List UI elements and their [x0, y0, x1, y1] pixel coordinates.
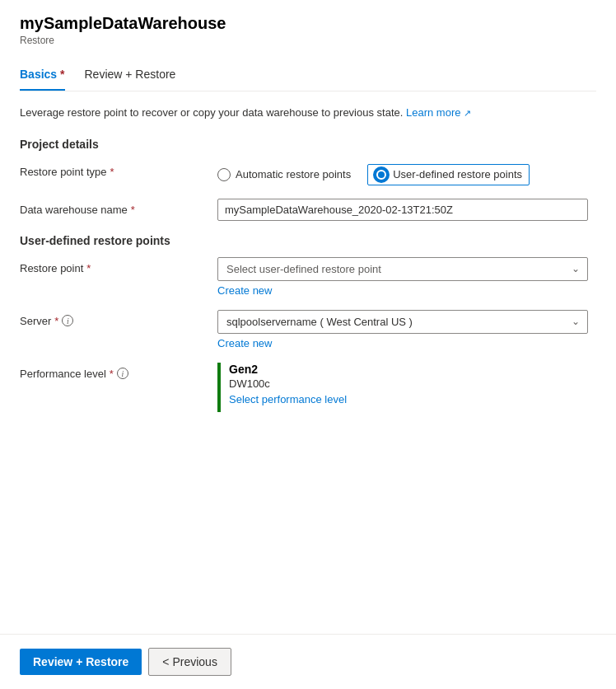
description-text: Leverage restore point to recover or cop…	[20, 106, 403, 119]
data-warehouse-name-input[interactable]	[217, 199, 588, 221]
performance-level-info-icon[interactable]: i	[117, 368, 128, 379]
server-row: Server * i sqlpoolservername ( West Cent…	[20, 310, 596, 349]
required-star: *	[110, 166, 114, 178]
performance-level-label: Performance level * i	[20, 363, 217, 380]
previous-button[interactable]: < Previous	[148, 648, 231, 676]
performance-level-row: Performance level * i Gen2 DW100c Select…	[20, 363, 596, 412]
server-create-new-link[interactable]: Create new	[217, 337, 596, 349]
radio-user-defined-label: User-defined restore points	[393, 168, 522, 180]
radio-circle-user-defined	[375, 168, 388, 181]
server-dropdown-wrapper: sqlpoolservername ( West Central US ) ⌄	[217, 310, 588, 334]
radio-automatic[interactable]: Automatic restore points	[217, 168, 351, 181]
user-defined-section-title: User-defined restore points	[20, 234, 596, 247]
server-control: sqlpoolservername ( West Central US ) ⌄ …	[217, 310, 596, 349]
project-details-title: Project details	[20, 138, 596, 151]
radio-dot-user-defined	[378, 171, 385, 178]
restore-point-control: Select user-defined restore point ⌄ Crea…	[217, 257, 596, 297]
restore-point-type-label: Restore point type *	[20, 161, 217, 178]
server-label: Server * i	[20, 310, 217, 327]
performance-level-control: Gen2 DW100c Select performance level	[217, 363, 596, 412]
external-link-icon: ↗	[464, 108, 471, 118]
server-dropdown[interactable]: sqlpoolservername ( West Central US )	[217, 310, 588, 334]
restore-point-dropdown[interactable]: Select user-defined restore point	[217, 257, 588, 281]
page-title: mySampleDataWarehouse	[20, 13, 596, 33]
restore-point-label: Restore point *	[20, 257, 217, 274]
performance-select-link[interactable]: Select performance level	[229, 393, 347, 405]
performance-details: Gen2 DW100c Select performance level	[229, 363, 347, 405]
tab-bar: Basics * Review + Restore	[20, 59, 596, 91]
radio-circle-automatic	[217, 168, 231, 181]
tab-basics[interactable]: Basics *	[20, 59, 65, 91]
description-bar: Leverage restore point to recover or cop…	[20, 105, 596, 121]
learn-more-link[interactable]: Learn more	[406, 106, 460, 119]
restore-point-create-new-link[interactable]: Create new	[217, 284, 596, 297]
page-subtitle: Restore	[20, 35, 596, 46]
page-header: mySampleDataWarehouse Restore	[20, 13, 596, 46]
restore-point-type-row: Restore point type * Automatic restore p…	[20, 161, 596, 185]
performance-gen-label: Gen2	[229, 363, 347, 376]
footer-bar: Review + Restore < Previous	[0, 634, 616, 689]
server-info-icon[interactable]: i	[62, 315, 73, 326]
performance-green-bar	[217, 363, 221, 412]
restore-point-type-control: Automatic restore points User-defined re…	[217, 161, 596, 185]
restore-point-row: Restore point * Select user-defined rest…	[20, 257, 596, 297]
radio-user-defined[interactable]: User-defined restore points	[367, 164, 530, 185]
radio-automatic-label: Automatic restore points	[236, 168, 351, 180]
restore-point-dropdown-wrapper: Select user-defined restore point ⌄	[217, 257, 588, 281]
performance-dw-label: DW100c	[229, 377, 347, 390]
performance-row: Gen2 DW100c Select performance level	[217, 363, 596, 412]
tab-review-restore[interactable]: Review + Restore	[85, 59, 176, 91]
data-warehouse-name-label: Data warehouse name *	[20, 199, 217, 216]
data-warehouse-name-row: Data warehouse name *	[20, 199, 596, 221]
data-warehouse-name-control	[217, 199, 596, 221]
review-restore-button[interactable]: Review + Restore	[20, 649, 142, 675]
